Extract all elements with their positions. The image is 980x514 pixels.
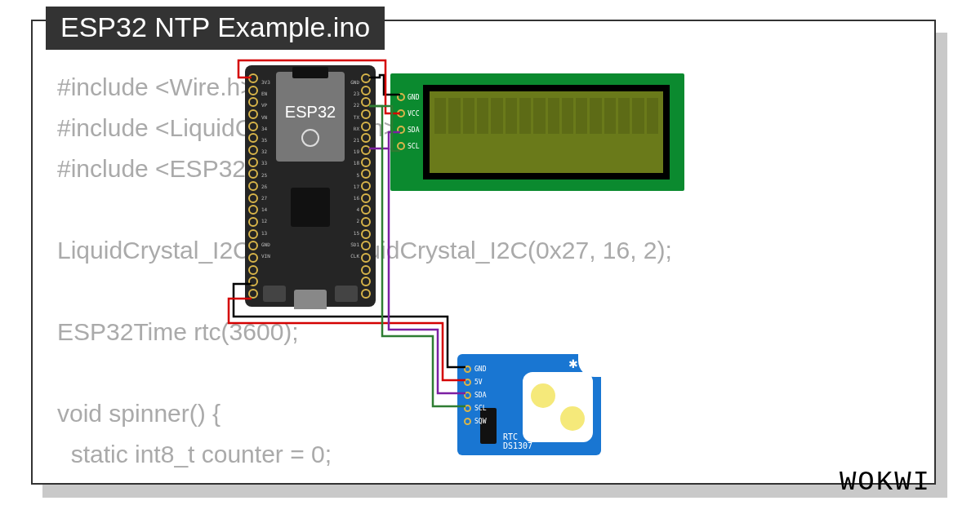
esp32-pinlabels-right: GND 23 22 TX RX 21 19 18 5 17 16 4 2 15 …: [350, 77, 359, 262]
lcd-pin: SCL: [397, 142, 419, 150]
en-button: [335, 286, 358, 302]
lcd-i2c-pins: GNDVCCSDASCL: [397, 93, 419, 150]
lcd-pin: GND: [397, 93, 419, 101]
pin-dot: [397, 109, 405, 117]
pin-pad: [248, 73, 258, 83]
pin-pad: [361, 145, 371, 155]
pin-pad: [248, 205, 258, 215]
pin-label: VCC: [408, 110, 419, 117]
lcd-char-cell: [632, 98, 644, 134]
esp32-shield: ESP32: [276, 72, 345, 162]
boot-button: [263, 286, 286, 302]
pin-pad: [361, 229, 371, 239]
pin-pad: [361, 73, 371, 83]
pin-pad: [248, 145, 258, 155]
esp32-pins-right: [361, 73, 372, 299]
pin-label: SCL: [474, 405, 486, 412]
pin-pad: [361, 193, 371, 203]
pin-dot: [464, 392, 471, 399]
lcd-pin: VCC: [397, 109, 419, 117]
rtc-label-line1: RTC: [503, 432, 532, 441]
pin-pad: [248, 229, 258, 239]
pin-dot: [464, 366, 471, 373]
espressif-logo-icon: [301, 129, 319, 147]
adafruit-star-icon: ✱: [568, 357, 578, 370]
pin-pad: [361, 133, 371, 143]
circuit-diagram: ESP32 3V3 EN VP VN 34 35 32 33 25 26 27 …: [33, 21, 934, 483]
pin-label: GND: [408, 94, 419, 101]
pin-pad: [248, 217, 258, 227]
pin-pad: [361, 265, 371, 275]
pin-dot: [464, 405, 471, 412]
pin-dot: [397, 126, 405, 134]
pin-dot: [464, 418, 471, 425]
rtc-pin: SQW: [464, 418, 486, 425]
esp32-board: ESP32 3V3 EN VP VN 34 35 32 33 25 26 27 …: [245, 65, 376, 307]
pin-pad: [361, 181, 371, 191]
lcd-char-cell: [448, 98, 460, 134]
pin-pad: [248, 97, 258, 107]
lcd-char-cell: [576, 98, 587, 134]
lcd-screen: [423, 85, 670, 179]
pin-label: 5V: [474, 379, 483, 386]
rtc-label: RTC DS1307: [503, 432, 532, 450]
pin-label: SDA: [408, 126, 419, 134]
lcd-char-cell: [590, 98, 601, 134]
pin-pad: [361, 109, 371, 119]
lcd-char-cell: [491, 98, 502, 134]
lcd-char-cell: [562, 98, 573, 134]
esp32-pins-left: [248, 73, 260, 299]
pin-pad: [361, 122, 371, 131]
lcd-pin: SDA: [397, 126, 419, 134]
brand-logo: WOKWI: [840, 467, 931, 498]
pin-pad: [248, 241, 258, 250]
pin-dot: [397, 93, 405, 101]
pin-pad: [361, 157, 371, 167]
lcd-char-cell: [604, 98, 616, 134]
pin-pad: [361, 277, 371, 286]
pin-label: GND: [474, 366, 486, 373]
pin-dot: [397, 142, 405, 150]
preview-card: #include <Wire.h> #include <LiquidCrysta…: [31, 20, 936, 485]
rtc-pins: GND5VSDASCLSQW: [464, 366, 486, 425]
rtc-pin: SCL: [464, 405, 486, 412]
pin-pad: [361, 253, 371, 263]
file-title: ESP32 NTP Example.ino: [60, 11, 370, 42]
wire-vcc-rtc: [229, 299, 466, 380]
pin-pad: [361, 169, 371, 179]
pin-pad: [248, 169, 258, 179]
pin-pad: [248, 133, 258, 143]
lcd-char-cell: [519, 98, 531, 134]
mcu-chip-icon: [291, 188, 330, 227]
lcd-char-cell: [647, 98, 658, 134]
file-title-tab: ESP32 NTP Example.ino: [46, 7, 385, 50]
pin-pad: [361, 86, 371, 95]
rtc-pin: 5V: [464, 379, 486, 386]
antenna-icon: [292, 67, 328, 78]
rtc-label-line2: DS1307: [503, 441, 532, 450]
pin-label: SCL: [408, 143, 419, 150]
pin-label: SDA: [474, 392, 486, 399]
pin-pad: [248, 181, 258, 191]
rtc-pin: SDA: [464, 392, 486, 399]
rtc-pin: GND: [464, 366, 486, 373]
pin-label: SQW: [474, 418, 486, 425]
pin-pad: [248, 277, 258, 286]
pin-pad: [248, 193, 258, 203]
coin-cell-holder-icon: [523, 372, 593, 442]
lcd-char-cell: [533, 98, 545, 134]
pin-pad: [361, 205, 371, 215]
usb-port-icon: [294, 290, 327, 309]
pin-pad: [248, 86, 258, 95]
pin-pad: [361, 241, 371, 250]
pin-pad: [248, 109, 258, 119]
lcd-char-cell: [618, 98, 630, 134]
esp32-label: ESP32: [276, 103, 345, 122]
pin-pad: [361, 217, 371, 227]
pin-pad: [248, 253, 258, 263]
lcd-char-cell: [434, 98, 446, 134]
lcd-char-cell: [548, 98, 559, 134]
pin-pad: [361, 97, 371, 107]
pin-pad: [248, 265, 258, 275]
pin-pad: [248, 157, 258, 167]
